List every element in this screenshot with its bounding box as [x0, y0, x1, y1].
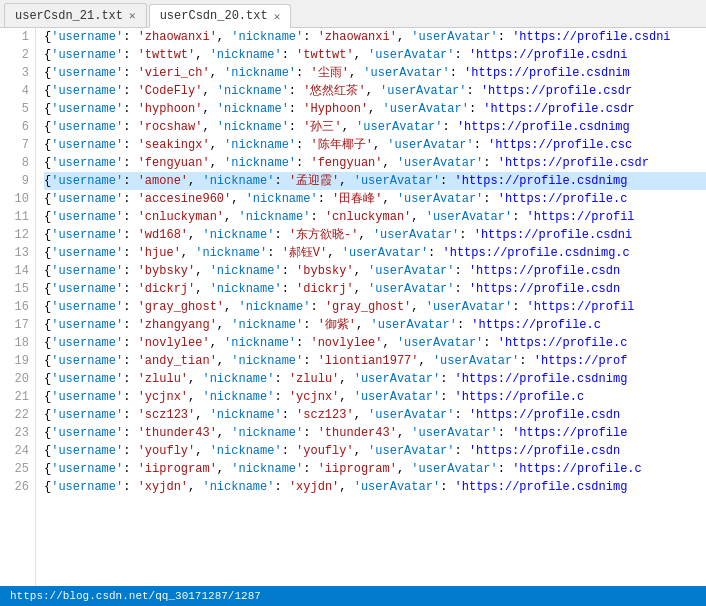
line-number: 7	[0, 136, 29, 154]
line-number: 25	[0, 460, 29, 478]
line-number: 12	[0, 226, 29, 244]
table-row: {'username': 'thunder43', 'nickname': 't…	[44, 424, 706, 442]
line-number: 2	[0, 46, 29, 64]
line-number: 22	[0, 406, 29, 424]
line-number: 5	[0, 100, 29, 118]
table-row: {'username': 'amone', 'nickname': '孟迎霞',…	[44, 172, 706, 190]
line-number: 26	[0, 478, 29, 496]
line-number: 6	[0, 118, 29, 136]
table-row: {'username': 'fengyuan', 'nickname': 'fe…	[44, 154, 706, 172]
tab-label-usercsdn21: userCsdn_21.txt	[15, 9, 123, 23]
line-number: 3	[0, 64, 29, 82]
table-row: {'username': 'zhaowanxi', 'nickname': 'z…	[44, 28, 706, 46]
table-row: {'username': 'novlylee', 'nickname': 'no…	[44, 334, 706, 352]
table-row: {'username': 'iiprogram', 'nickname': 'i…	[44, 460, 706, 478]
table-row: {'username': 'wd168', 'nickname': '东方欲晓-…	[44, 226, 706, 244]
line-number: 16	[0, 298, 29, 316]
editor-body: 1234567891011121314151617181920212223242…	[0, 28, 706, 586]
table-row: {'username': 'rocshaw', 'nickname': '孙三'…	[44, 118, 706, 136]
status-bar-link[interactable]: https://blog.csdn.net/qq_30171287/1287	[10, 590, 261, 602]
line-number: 10	[0, 190, 29, 208]
table-row: {'username': 'scz123', 'nickname': 'scz1…	[44, 406, 706, 424]
table-row: {'username': 'dickrj', 'nickname': 'dick…	[44, 280, 706, 298]
tab-label-usercsdn20: userCsdn_20.txt	[160, 9, 268, 23]
line-number: 18	[0, 334, 29, 352]
line-number: 17	[0, 316, 29, 334]
line-number: 20	[0, 370, 29, 388]
tab-close-usercsdn20[interactable]: ✕	[274, 10, 281, 23]
line-number: 23	[0, 424, 29, 442]
line-number: 13	[0, 244, 29, 262]
line-number: 11	[0, 208, 29, 226]
table-row: {'username': 'seakingx', 'nickname': '陈年…	[44, 136, 706, 154]
tab-close-usercsdn21[interactable]: ✕	[129, 9, 136, 22]
line-number: 24	[0, 442, 29, 460]
table-row: {'username': 'gray_ghost', 'nickname': '…	[44, 298, 706, 316]
table-row: {'username': 'andy_tian', 'nickname': 'l…	[44, 352, 706, 370]
line-number: 4	[0, 82, 29, 100]
tab-usercsdn21[interactable]: userCsdn_21.txt ✕	[4, 3, 147, 27]
table-row: {'username': 'hyphoon', 'nickname': 'Hyp…	[44, 100, 706, 118]
line-number: 1	[0, 28, 29, 46]
line-number: 14	[0, 262, 29, 280]
table-row: {'username': 'vieri_ch', 'nickname': '尘雨…	[44, 64, 706, 82]
table-row: {'username': 'accesine960', 'nickname': …	[44, 190, 706, 208]
line-number: 9	[0, 172, 29, 190]
table-row: {'username': 'xyjdn', 'nickname': 'xyjdn…	[44, 478, 706, 496]
table-row: {'username': 'zlulu', 'nickname': 'zlulu…	[44, 370, 706, 388]
tab-bar: userCsdn_21.txt ✕ userCsdn_20.txt ✕	[0, 0, 706, 28]
line-number: 19	[0, 352, 29, 370]
editor-container: userCsdn_21.txt ✕ userCsdn_20.txt ✕ 1234…	[0, 0, 706, 606]
code-content[interactable]: {'username': 'zhaowanxi', 'nickname': 'z…	[36, 28, 706, 586]
table-row: {'username': 'bybsky', 'nickname': 'bybs…	[44, 262, 706, 280]
table-row: {'username': 'ycjnx', 'nickname': 'ycjnx…	[44, 388, 706, 406]
table-row: {'username': 'zhangyang', 'nickname': '御…	[44, 316, 706, 334]
line-number: 15	[0, 280, 29, 298]
tab-usercsdn20[interactable]: userCsdn_20.txt ✕	[149, 4, 292, 28]
table-row: {'username': 'cnluckyman', 'nickname': '…	[44, 208, 706, 226]
line-number: 21	[0, 388, 29, 406]
table-row: {'username': 'hjue', 'nickname': '郝钰V', …	[44, 244, 706, 262]
table-row: {'username': 'twttwt', 'nickname': 'twtt…	[44, 46, 706, 64]
table-row: {'username': 'CodeFly', 'nickname': '悠然红…	[44, 82, 706, 100]
line-numbers: 1234567891011121314151617181920212223242…	[0, 28, 36, 586]
table-row: {'username': 'youfly', 'nickname': 'youf…	[44, 442, 706, 460]
line-number: 8	[0, 154, 29, 172]
status-bar: https://blog.csdn.net/qq_30171287/1287	[0, 586, 706, 606]
